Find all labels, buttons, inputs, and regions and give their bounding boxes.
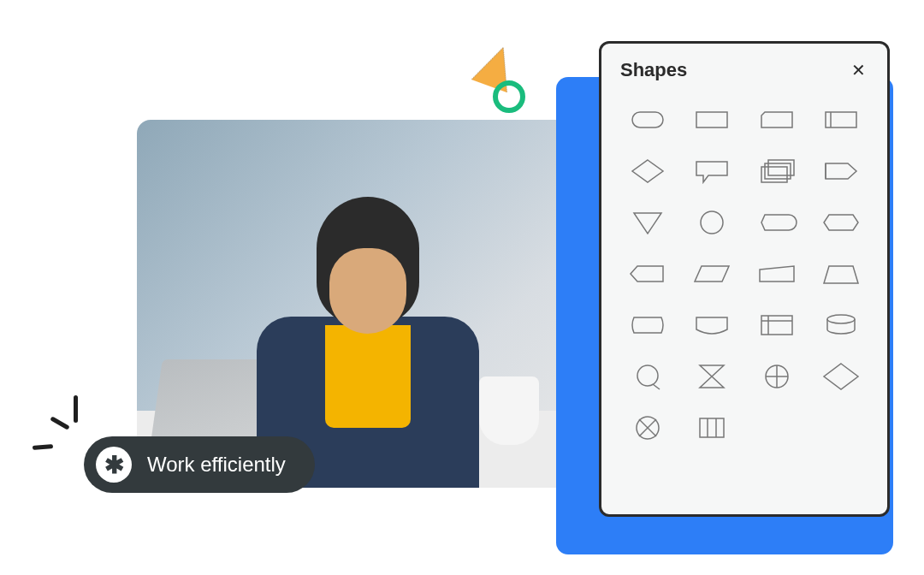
close-button[interactable]: ✕ (848, 60, 868, 80)
shape-quartered-circle[interactable] (753, 359, 801, 394)
svg-point-20 (637, 365, 658, 386)
svg-marker-9 (634, 213, 661, 234)
shapes-panel: Shapes ✕ (599, 41, 890, 517)
svg-marker-2 (761, 112, 792, 127)
svg-marker-5 (632, 160, 663, 182)
cursor-icon (472, 50, 524, 101)
shape-circle[interactable] (688, 205, 736, 240)
shape-grid (617, 92, 872, 506)
panel-title: Shapes (620, 59, 687, 81)
svg-marker-13 (695, 266, 729, 282)
svg-marker-12 (631, 266, 663, 282)
badge-label: Work efficiently (147, 453, 286, 477)
svg-rect-30 (700, 418, 724, 437)
svg-marker-14 (760, 266, 794, 282)
svg-marker-26 (824, 364, 858, 389)
shape-terminator[interactable] (624, 102, 672, 138)
shape-manual[interactable] (753, 256, 801, 292)
shape-parallelogram[interactable] (688, 256, 736, 292)
shape-display[interactable] (753, 205, 801, 240)
shape-barrel[interactable] (688, 410, 736, 446)
shape-process[interactable] (688, 102, 736, 138)
asterisk-icon: ✱ (96, 447, 132, 483)
shape-cylinder[interactable] (817, 307, 865, 343)
shape-store[interactable] (817, 102, 865, 138)
shape-tag-left[interactable] (624, 256, 672, 292)
close-icon: ✕ (851, 60, 866, 80)
svg-rect-0 (632, 112, 663, 127)
shape-arrow-right[interactable] (817, 153, 865, 189)
shape-trapezoid[interactable] (817, 256, 865, 292)
svg-point-19 (827, 315, 855, 323)
shape-circle-tail[interactable] (624, 359, 672, 394)
svg-marker-15 (824, 266, 858, 283)
work-efficiently-badge: ✱ Work efficiently (84, 436, 315, 493)
svg-marker-22 (700, 365, 724, 388)
svg-line-21 (653, 384, 660, 389)
shape-card[interactable] (753, 102, 801, 138)
shape-internal-storage[interactable] (753, 307, 801, 343)
spark-icon (33, 395, 92, 455)
shape-hexbar[interactable] (817, 205, 865, 240)
shape-curve-rect[interactable] (688, 307, 736, 343)
svg-rect-1 (696, 112, 727, 127)
svg-rect-16 (761, 316, 792, 335)
shape-speech[interactable] (688, 153, 736, 189)
shape-diamond-out[interactable] (817, 359, 865, 394)
shape-hourglass[interactable] (688, 359, 736, 394)
hero-photo (137, 120, 582, 488)
shape-triangle-down[interactable] (624, 205, 672, 240)
shape-circle-cross[interactable] (624, 410, 672, 446)
svg-point-10 (701, 211, 723, 234)
shape-wave-rect[interactable] (624, 307, 672, 343)
shape-diamond[interactable] (624, 153, 672, 189)
svg-marker-11 (824, 215, 858, 230)
shape-stack[interactable] (753, 153, 801, 189)
